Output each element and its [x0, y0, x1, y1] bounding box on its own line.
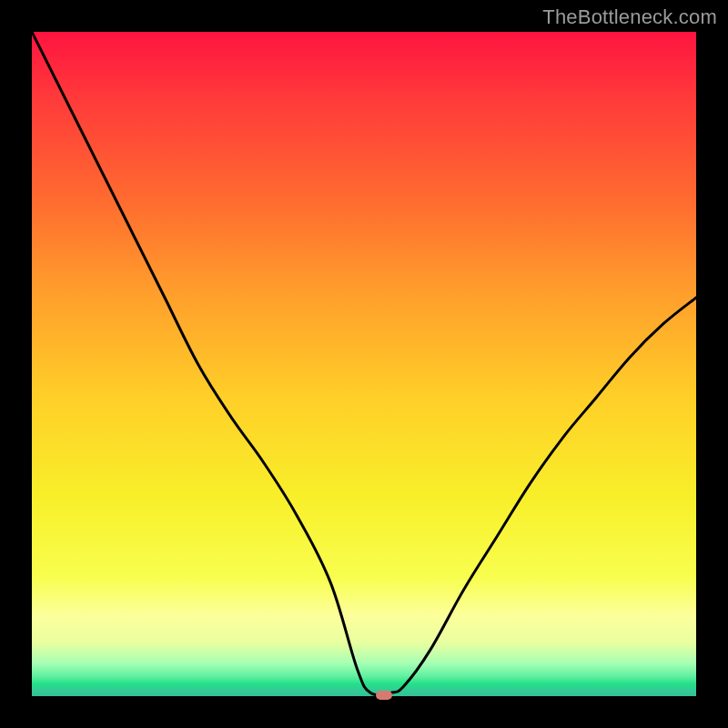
- chart-plot-area: [32, 32, 696, 696]
- chart-frame: TheBottleneck.com: [0, 0, 728, 728]
- watermark-label: TheBottleneck.com: [542, 5, 717, 29]
- bottleneck-curve: [32, 32, 696, 696]
- optimal-point-marker: [376, 691, 392, 700]
